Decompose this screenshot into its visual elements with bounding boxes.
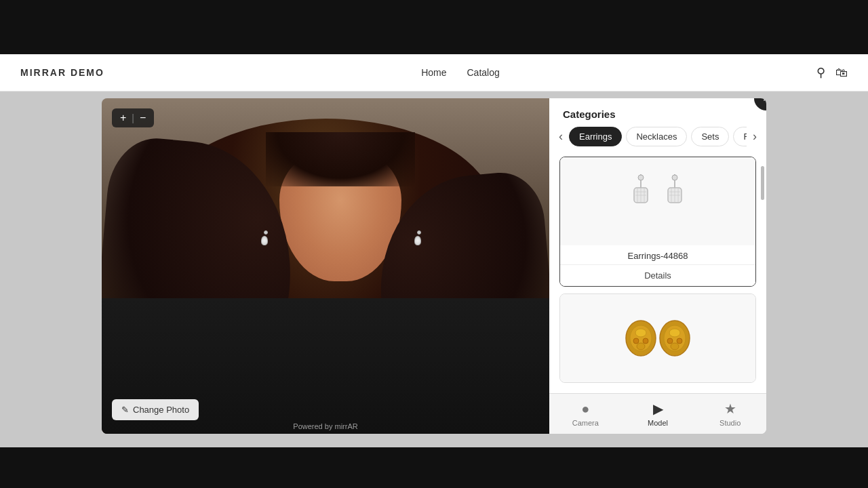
- earring-top-right: [417, 230, 421, 235]
- zoom-out-button[interactable]: −: [140, 113, 146, 123]
- panel-scrollbar: [761, 166, 764, 200]
- search-icon[interactable]: ⚲: [816, 65, 825, 80]
- hair-top: [266, 132, 415, 186]
- svg-point-24: [669, 329, 680, 337]
- tab-camera[interactable]: ● Camera: [549, 396, 622, 432]
- top-black-bar: [0, 0, 868, 54]
- nav-home[interactable]: Home: [421, 67, 446, 78]
- tab-sets[interactable]: Sets: [691, 127, 729, 146]
- tabs-prev-button[interactable]: ‹: [556, 128, 566, 145]
- nav-icons: ⚲ 🛍: [816, 65, 848, 80]
- nav-catalog[interactable]: Catalog: [467, 67, 499, 78]
- main-content: MIRRAR DEMO Home Catalog ⚲ 🛍: [0, 54, 868, 447]
- svg-point-18: [635, 329, 646, 337]
- categories-title: Categories: [549, 98, 766, 127]
- change-photo-button[interactable]: ✎ Change Photo: [112, 399, 199, 420]
- modal-area: + | − ✎ Change Photo Powered by mirrAR ×: [0, 92, 868, 447]
- product-card-crystal[interactable]: Earrings-44868 Details: [559, 157, 756, 287]
- tab-necklaces[interactable]: Necklaces: [626, 127, 687, 146]
- svg-point-26: [677, 338, 682, 344]
- product-name-crystal: Earrings-44868: [560, 245, 755, 264]
- svg-point-25: [667, 338, 673, 344]
- product-image-gold: [560, 294, 755, 382]
- crystal-earrings-svg: [620, 167, 695, 235]
- product-card-gold[interactable]: [559, 293, 756, 383]
- photo-panel: + | − ✎ Change Photo Powered by mirrAR: [102, 98, 549, 434]
- change-photo-label: Change Photo: [133, 405, 189, 415]
- svg-point-20: [643, 338, 648, 344]
- category-tabs: ‹ Earrings Necklaces Sets Rings ›: [549, 127, 766, 153]
- tabs-next-button[interactable]: ›: [750, 128, 760, 145]
- studio-label: Studio: [719, 419, 741, 427]
- studio-icon: ★: [724, 401, 736, 417]
- zoom-divider: |: [132, 113, 134, 123]
- camera-icon: ●: [581, 401, 589, 417]
- earring-shape-left: [261, 236, 268, 245]
- svg-point-19: [633, 338, 639, 344]
- product-image-crystal: [560, 157, 755, 245]
- brand-logo: MIRRAR DEMO: [20, 67, 104, 78]
- products-list: Earrings-44868 Details: [549, 153, 766, 393]
- nav-links: Home Catalog: [421, 67, 500, 78]
- tab-rings[interactable]: Rings: [733, 127, 747, 146]
- zoom-controls: + | −: [112, 108, 154, 127]
- bottom-black-bar: [0, 447, 868, 488]
- powered-by: Powered by mirrAR: [293, 422, 357, 430]
- pencil-icon: ✎: [121, 405, 129, 415]
- navbar: MIRRAR DEMO Home Catalog ⚲ 🛍: [0, 54, 868, 92]
- tabs-container: Earrings Necklaces Sets Rings: [569, 127, 747, 146]
- earring-right-overlay: [414, 230, 424, 243]
- details-button-crystal[interactable]: Details: [560, 264, 755, 286]
- svg-point-21: [637, 343, 645, 350]
- camera-label: Camera: [572, 419, 599, 427]
- zoom-in-button[interactable]: +: [120, 113, 126, 123]
- model-icon: ▶: [653, 401, 663, 417]
- svg-point-9: [672, 175, 677, 180]
- gold-earrings-svg: [617, 304, 698, 372]
- svg-point-27: [671, 343, 679, 350]
- tab-model[interactable]: ▶ Model: [622, 395, 694, 432]
- panels-wrapper: + | − ✎ Change Photo Powered by mirrAR ×: [102, 98, 766, 434]
- right-panel: × Categories ‹ Earrings Necklaces Sets R…: [549, 98, 766, 434]
- svg-point-1: [638, 175, 644, 180]
- cart-icon[interactable]: 🛍: [835, 66, 848, 80]
- bottom-tabs: ● Camera ▶ Model ★ Studio: [549, 393, 766, 434]
- model-label: Model: [648, 419, 668, 427]
- tab-earrings[interactable]: Earrings: [569, 127, 622, 146]
- model-image: [102, 98, 549, 434]
- tab-studio[interactable]: ★ Studio: [694, 395, 766, 432]
- earring-top-left: [264, 230, 268, 235]
- earring-shape-right: [414, 236, 421, 245]
- earring-left-overlay: [261, 230, 271, 243]
